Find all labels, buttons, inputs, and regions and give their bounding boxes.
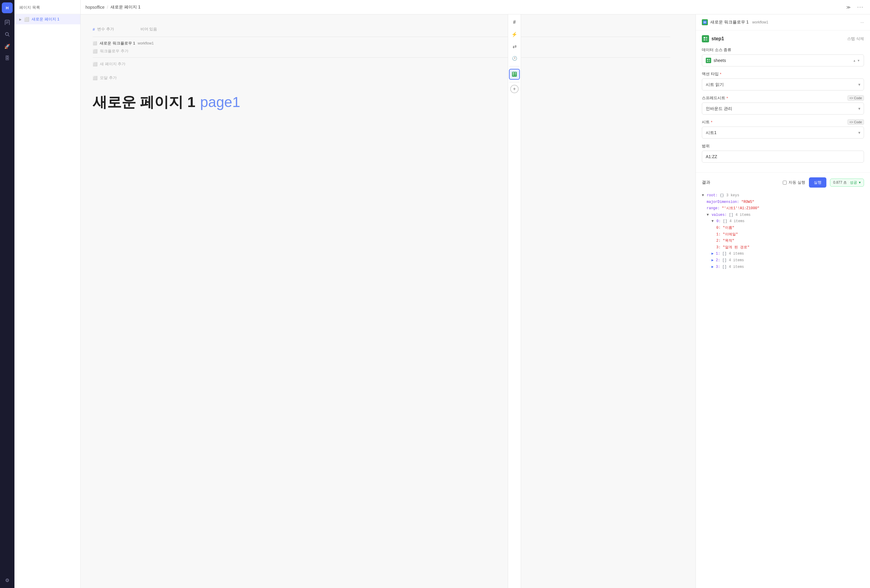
- svg-rect-8: [515, 73, 516, 74]
- expand-item2-icon[interactable]: ▶: [712, 258, 714, 263]
- svg-rect-10: [515, 74, 516, 76]
- json-item0-type: []: [723, 219, 727, 223]
- json-major-dim-row: majorDimension: "ROWS": [702, 199, 864, 206]
- svg-rect-9: [512, 74, 514, 76]
- collapse-item0-icon[interactable]: ▼: [712, 219, 714, 223]
- step-delete-button[interactable]: 스텝 삭제: [847, 36, 864, 42]
- spreadsheet-select[interactable]: 인바운드 관리: [702, 102, 864, 114]
- rocket-nav-button[interactable]: 🚀: [2, 41, 13, 52]
- json-item3-key: 3:: [716, 265, 720, 269]
- history-tool-button[interactable]: 🕐: [509, 53, 520, 64]
- json-item1-key: 1:: [716, 252, 720, 256]
- expand-item1-icon[interactable]: ▶: [712, 252, 714, 256]
- pages-panel: 페이지 목록 ▶ ⬜ 새로운 페이지 1: [15, 0, 80, 588]
- success-text: 성공: [850, 180, 857, 185]
- run-button[interactable]: 실행: [809, 177, 826, 187]
- sheets-icon: [512, 72, 517, 77]
- pages-nav-button[interactable]: [2, 17, 13, 28]
- svg-rect-17: [706, 37, 707, 39]
- search-nav-button[interactable]: [2, 29, 13, 40]
- svg-rect-18: [704, 39, 705, 40]
- page-list-item[interactable]: ▶ ⬜ 새로운 페이지 1: [15, 14, 80, 24]
- json-range-row: range: "'시트1'!A1:Z1000": [702, 205, 864, 212]
- workflow-icon: ⬜: [93, 41, 97, 45]
- variable-add-label[interactable]: 변수 추가: [97, 27, 114, 32]
- transfer-tool-button[interactable]: ⇄: [509, 41, 520, 52]
- json-item0-0-row: 0: "이름": [702, 225, 864, 232]
- json-tree: ▼ root: {} 3 keys majorDimension: "ROWS"…: [702, 192, 864, 270]
- sheet-code-button[interactable]: <> Code: [848, 119, 864, 125]
- range-input[interactable]: [702, 151, 864, 163]
- page-id: page1: [200, 94, 240, 110]
- json-root-row: ▼ root: {} 3 keys: [702, 192, 864, 199]
- add-workflow-item[interactable]: ⬜ 워크플로우 추가: [93, 48, 670, 54]
- success-badge: 0.877 초 성공 ▾: [830, 178, 864, 187]
- json-range-key: range:: [707, 206, 720, 211]
- spreadsheet-required-star: *: [727, 96, 728, 100]
- svg-rect-7: [512, 73, 514, 74]
- breadcrumb-separator: /: [107, 5, 108, 10]
- json-range-value: "'시트1'!A1:Z1000": [722, 206, 759, 211]
- workflow-panel-header: 새로운 워크플로우 1 workflow1 ···: [696, 15, 870, 30]
- pages-panel-header: 페이지 목록: [15, 0, 80, 14]
- collapse-root-icon[interactable]: ▼: [702, 193, 704, 197]
- workflow-item[interactable]: ⬜ 새로운 워크플로우 1 workflow1: [93, 40, 670, 46]
- flash-tool-button[interactable]: ⚡: [509, 29, 520, 40]
- json-item0-0-value: 0: "이름": [716, 226, 734, 230]
- toolbar-divider: [509, 66, 520, 67]
- expand-icon-button[interactable]: ≫: [843, 2, 853, 12]
- spreadsheet-code-button[interactable]: <> Code: [848, 95, 864, 101]
- hash-tool-button[interactable]: #: [509, 17, 520, 28]
- expand-item3-icon[interactable]: ▶: [712, 265, 714, 269]
- svg-rect-23: [707, 61, 708, 62]
- json-major-dim-key: majorDimension:: [707, 200, 739, 204]
- sheets-active-button[interactable]: [509, 69, 520, 80]
- auto-run-checkbox[interactable]: [783, 181, 787, 184]
- variable-empty-label: 비어 있음: [140, 27, 157, 32]
- toolbar-divider-2: [509, 82, 520, 82]
- results-title: 결과: [702, 180, 710, 185]
- json-item0-2-value: 2: "목적": [716, 239, 734, 243]
- top-bar: hopsoffice / 새로운 페이지 1 ≫ ···: [80, 0, 870, 15]
- sheet-required-star: *: [711, 120, 712, 125]
- more-options-button[interactable]: ···: [855, 2, 865, 12]
- action-type-select[interactable]: 시트 읽기: [702, 79, 864, 91]
- data-source-field-group: 데이터 소스 종류: [702, 47, 864, 67]
- page-canvas: # ⚡ ⇄ 🕐 +: [80, 15, 696, 588]
- modal-add-label: 모달 추가: [100, 75, 117, 80]
- results-header: 결과 자동 실행 실행 0.877 초 성공 ▾: [702, 177, 864, 187]
- chevron-right-icon: ▶: [19, 18, 22, 21]
- json-item0-1-row: 1: "이메일": [702, 232, 864, 238]
- sheet-label: 시트 * <> Code: [702, 119, 864, 125]
- collapse-values-icon[interactable]: ▼: [707, 213, 709, 217]
- data-source-label: 데이터 소스 종류: [702, 47, 864, 53]
- range-label: 범위: [702, 143, 864, 149]
- add-tool-button[interactable]: +: [510, 85, 518, 93]
- sheets-small-icon: [706, 58, 711, 63]
- sheet-select-wrapper: 시트1: [702, 126, 864, 138]
- hash-icon: #: [93, 27, 95, 31]
- json-root-key: root:: [707, 193, 718, 197]
- new-page-item[interactable]: ⬜ 새 페이지 추가: [93, 61, 670, 67]
- svg-rect-24: [709, 61, 710, 62]
- search-icon: [4, 31, 10, 37]
- data-source-select[interactable]: sheets ▲ ▼: [702, 54, 864, 67]
- app-logo-button[interactable]: H: [2, 2, 13, 13]
- settings-nav-button[interactable]: ⚙: [2, 575, 13, 586]
- json-values-row: ▼ values: [] 4 items: [702, 212, 864, 218]
- action-required-star: *: [720, 72, 721, 76]
- canvas-area: # ⚡ ⇄ 🕐 +: [80, 15, 870, 588]
- sheet-select[interactable]: 시트1: [702, 126, 864, 138]
- svg-rect-16: [704, 37, 705, 39]
- pages-panel-title: 페이지 목록: [19, 5, 40, 10]
- right-panel: 새로운 워크플로우 1 workflow1 ···: [696, 15, 870, 588]
- sheet-field-group: 시트 * <> Code 시트1: [702, 119, 864, 138]
- breadcrumb-root[interactable]: hopsoffice: [85, 5, 105, 10]
- database-nav-button[interactable]: 🗄: [2, 53, 13, 64]
- modal-add-item[interactable]: ⬜ 모달 추가: [93, 75, 670, 80]
- workflow-panel-icon: [702, 19, 708, 25]
- auto-run-check: 자동 실행: [783, 180, 805, 185]
- success-expand-icon[interactable]: ▾: [859, 180, 861, 184]
- more-options-icon[interactable]: ···: [860, 20, 864, 25]
- variable-row: # 변수 추가 비어 있음: [93, 27, 670, 32]
